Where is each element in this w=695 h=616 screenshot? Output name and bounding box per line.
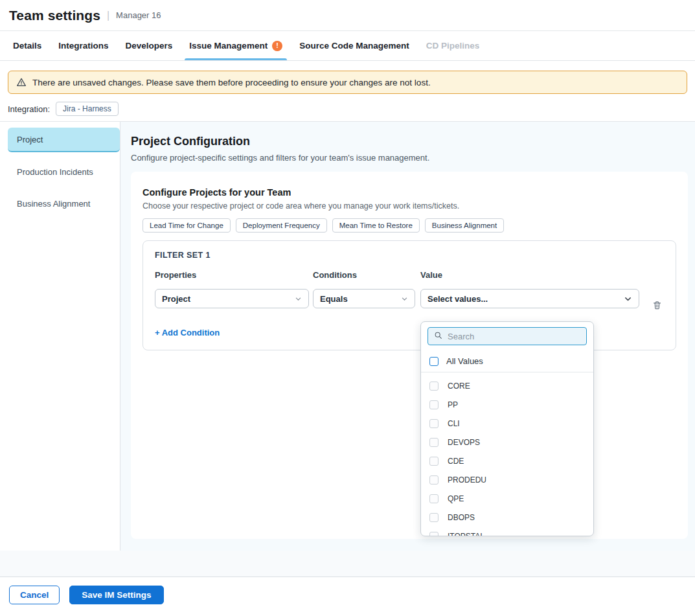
all-values-checkbox[interactable] xyxy=(429,357,439,366)
all-values-option[interactable]: All Values xyxy=(421,350,593,372)
option-itopstai[interactable]: ITOPSTAI xyxy=(421,527,593,536)
footer-actions: Cancel Save IM Settings xyxy=(0,576,695,615)
conditions-select[interactable]: Equals xyxy=(313,289,415,308)
tab-issue-management[interactable]: Issue Management ! xyxy=(189,31,282,60)
option-cde[interactable]: CDE xyxy=(421,451,593,470)
tab-integrations[interactable]: Integrations xyxy=(58,31,108,60)
option-checkbox[interactable] xyxy=(429,419,439,428)
option-checkbox[interactable] xyxy=(429,494,439,503)
configure-projects-card: Configure Projects for your Team Choose … xyxy=(131,172,688,539)
warning-icon xyxy=(16,77,27,87)
title-separator: | xyxy=(107,10,109,21)
sidebar-item-project[interactable]: Project xyxy=(8,128,120,152)
cancel-button[interactable]: Cancel xyxy=(9,586,60,604)
tab-source-code-management[interactable]: Source Code Management xyxy=(299,31,409,60)
chip-lead-time-for-change[interactable]: Lead Time for Change xyxy=(142,218,231,233)
filter-set-title: FILTER SET 1 xyxy=(155,251,664,260)
dropdown-option-list: CORE PP CLI DEVOPS CDE PRODEDU QPE DBOPS… xyxy=(421,372,593,536)
integration-row: Integration: Jira - Harness xyxy=(0,94,695,121)
footer-gap xyxy=(0,551,695,576)
search-input[interactable] xyxy=(448,332,580,341)
search-icon xyxy=(434,330,442,342)
card-title: Configure Projects for your Team xyxy=(142,187,676,198)
chevron-down-icon xyxy=(295,295,302,302)
unsaved-changes-banner: There are unsaved changes. Please save t… xyxy=(8,71,687,94)
metric-chip-row: Lead Time for Change Deployment Frequenc… xyxy=(142,218,676,233)
chip-mean-time-to-restore[interactable]: Mean Time to Restore xyxy=(332,218,420,233)
chip-business-alignment[interactable]: Business Alignment xyxy=(425,218,504,233)
page-title: Team settings xyxy=(9,8,100,23)
unsaved-changes-badge-icon: ! xyxy=(272,41,282,51)
integration-label: Integration: xyxy=(8,104,50,114)
option-prodedu[interactable]: PRODEDU xyxy=(421,470,593,489)
option-devops[interactable]: DEVOPS xyxy=(421,433,593,451)
option-pp[interactable]: PP xyxy=(421,395,593,414)
option-qpe[interactable]: QPE xyxy=(421,489,593,508)
settings-sidebar: Project Production Incidents Business Al… xyxy=(0,122,120,551)
value-dropdown-panel: All Values CORE PP CLI DEVOPS CDE PRODED… xyxy=(420,321,594,536)
tab-cd-pipelines: CD Pipelines xyxy=(426,31,480,60)
delete-filter-button[interactable] xyxy=(651,299,663,314)
tab-developers[interactable]: Developers xyxy=(126,31,173,60)
content-area: Project Production Incidents Business Al… xyxy=(0,121,695,551)
sidebar-item-business-alignment[interactable]: Business Alignment xyxy=(8,191,120,216)
chevron-down-icon xyxy=(624,295,632,303)
main-panel: Project Configuration Configure project-… xyxy=(120,122,695,551)
banner-container: There are unsaved changes. Please save t… xyxy=(0,61,695,94)
dropdown-search[interactable] xyxy=(427,327,587,345)
option-checkbox[interactable] xyxy=(429,475,439,485)
option-checkbox[interactable] xyxy=(429,513,439,522)
properties-select[interactable]: Project xyxy=(155,289,309,308)
value-multiselect[interactable]: Select values... xyxy=(420,289,639,308)
page-header: Team settings | Manager 16 xyxy=(0,0,695,31)
properties-column-label: Properties xyxy=(155,270,309,280)
banner-text: There are unsaved changes. Please save t… xyxy=(32,78,431,87)
integration-chip[interactable]: Jira - Harness xyxy=(56,102,119,116)
card-subtitle: Choose your respective project or code a… xyxy=(142,201,676,211)
option-dbops[interactable]: DBOPS xyxy=(421,508,593,527)
chip-deployment-frequency[interactable]: Deployment Frequency xyxy=(236,218,327,233)
option-checkbox[interactable] xyxy=(429,532,439,537)
conditions-column-label: Conditions xyxy=(313,270,415,280)
filter-row: Properties Project Conditions Equals xyxy=(155,270,664,314)
option-checkbox[interactable] xyxy=(429,457,439,466)
option-checkbox[interactable] xyxy=(429,382,439,391)
option-checkbox[interactable] xyxy=(429,438,439,447)
sidebar-item-production-incidents[interactable]: Production Incidents xyxy=(8,159,120,184)
section-title: Project Configuration xyxy=(131,135,688,148)
tab-details[interactable]: Details xyxy=(13,31,41,60)
save-im-settings-button[interactable]: Save IM Settings xyxy=(69,586,163,604)
chevron-down-icon xyxy=(401,295,408,302)
option-core[interactable]: CORE xyxy=(421,376,593,395)
add-condition-button[interactable]: + Add Condition xyxy=(155,328,220,337)
option-cli[interactable]: CLI xyxy=(421,414,593,433)
value-column-label: Value xyxy=(420,270,639,280)
filter-set-1: FILTER SET 1 Properties Project Conditio… xyxy=(142,240,676,350)
trash-icon xyxy=(652,300,662,312)
section-subtitle: Configure project-specific settings and … xyxy=(131,153,688,163)
settings-tabbar: Details Integrations Developers Issue Ma… xyxy=(0,31,695,61)
option-checkbox[interactable] xyxy=(429,400,439,409)
team-name-label: Manager 16 xyxy=(116,10,161,20)
